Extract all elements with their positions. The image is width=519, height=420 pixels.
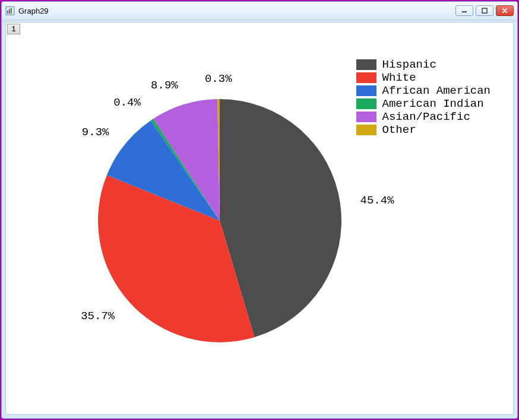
legend-label: African American [382,84,490,97]
maximize-icon [482,8,488,14]
legend-label: White [382,71,416,84]
legend-label: American Indian [382,97,484,110]
slice-label: 9.3% [82,126,109,139]
pie-chart [95,96,344,345]
legend-swatch [356,125,376,135]
legend-swatch [356,112,376,122]
svg-rect-1 [7,11,8,14]
window-title: Graph29 [18,7,455,15]
legend-swatch [356,85,376,96]
close-button[interactable] [496,5,514,16]
legend-swatch [356,59,376,70]
minimize-icon [461,8,467,14]
svg-rect-4 [462,11,467,12]
pie-wrap [95,96,344,345]
maximize-button[interactable] [476,5,493,16]
content-area: 1 HispanicWhiteAfrican AmericanAmerican … [5,22,514,415]
window-controls [455,5,514,16]
legend-item: White [356,71,490,84]
slice-label: 0.4% [113,96,141,109]
tab-1[interactable]: 1 [7,24,20,34]
legend-item: Asian/Pacific [356,110,490,123]
minimize-button[interactable] [455,5,473,16]
slice-label: 8.9% [151,79,178,92]
window-frame: Graph29 1 HispanicWhiteAfrican AmericanA… [1,1,518,419]
legend-swatch [356,98,376,109]
legend-item: African American [356,84,490,97]
tab-row: 1 [7,24,20,36]
legend-item: Hispanic [356,58,490,71]
chart-area: HispanicWhiteAfrican AmericanAmerican In… [6,37,513,414]
close-icon [502,8,508,14]
svg-rect-2 [9,9,10,14]
legend-label: Asian/Pacific [382,110,470,123]
slice-label: 35.7% [81,310,115,323]
titlebar: Graph29 [2,2,517,20]
legend: HispanicWhiteAfrican AmericanAmerican In… [356,58,490,136]
svg-rect-3 [11,8,12,14]
app-icon [5,6,15,15]
svg-rect-5 [482,8,487,13]
legend-label: Hispanic [382,58,436,71]
slice-label: 0.3% [205,72,232,85]
legend-label: Other [382,123,416,136]
legend-item: Other [356,123,490,136]
legend-swatch [356,72,376,83]
slice-label: 45.4% [360,194,394,207]
legend-item: American Indian [356,97,490,110]
